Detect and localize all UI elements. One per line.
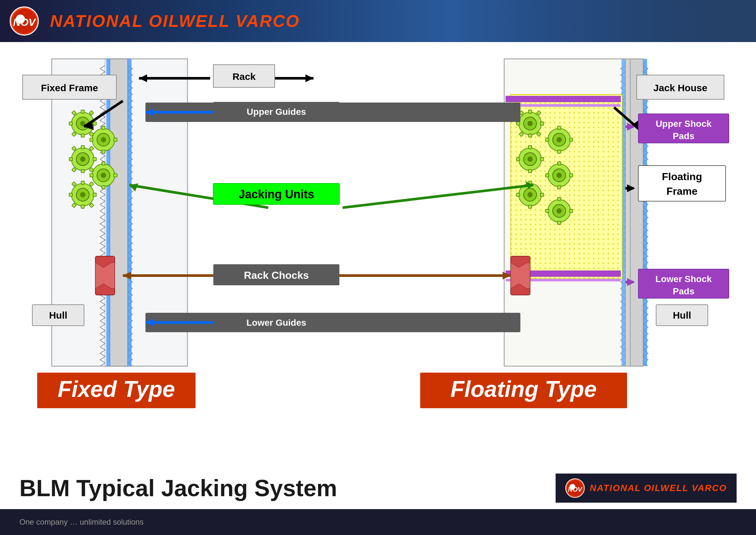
nov-brand-bottom: NOV NATIONAL OILWELL VARCO	[555, 473, 737, 503]
svg-rect-25	[93, 157, 96, 161]
svg-rect-52	[102, 162, 105, 165]
svg-point-22	[80, 156, 85, 162]
company-name: NATIONAL OILWELL VARCO	[50, 11, 300, 31]
rack-chocks-label: Rack Chocks	[244, 269, 309, 281]
svg-rect-94	[546, 138, 549, 141]
svg-point-51	[101, 173, 106, 178]
gear-left-2	[69, 146, 96, 173]
fixed-type-label: Fixed Type	[58, 377, 175, 402]
svg-point-33	[80, 192, 85, 197]
svg-rect-85	[528, 205, 532, 208]
svg-rect-110	[506, 104, 621, 107]
floating-frame-label: Floating	[662, 171, 702, 183]
floating-type-label: Floating Type	[450, 377, 597, 402]
svg-rect-14	[93, 122, 96, 125]
svg-rect-47	[114, 138, 117, 141]
svg-rect-23	[81, 146, 84, 149]
diagram-area: /* teeth rendered below */	[0, 42, 756, 467]
svg-point-44	[101, 137, 106, 142]
svg-rect-67	[528, 134, 532, 137]
svg-rect-13	[81, 134, 84, 137]
svg-rect-7	[128, 59, 132, 366]
upper-guides-label: Upper Guides	[247, 107, 306, 117]
svg-rect-58	[643, 59, 647, 366]
svg-point-97	[556, 173, 562, 178]
svg-text:NOV: NOV	[13, 16, 36, 28]
nov-circle-logo: NOV	[10, 7, 39, 36]
svg-rect-36	[93, 193, 96, 196]
svg-rect-66	[528, 110, 532, 113]
svg-rect-45	[102, 126, 105, 129]
svg-rect-26	[69, 157, 72, 161]
svg-rect-78	[528, 169, 532, 173]
upper-shock-pads-label2: Pads	[673, 131, 694, 141]
rack-label: Rack	[232, 71, 256, 82]
svg-rect-15	[69, 122, 72, 125]
svg-rect-8	[106, 59, 110, 366]
jack-house-label: Jack House	[654, 82, 708, 93]
svg-rect-12	[81, 110, 84, 113]
svg-rect-69	[517, 122, 520, 125]
page-title: BLM Typical Jacking System	[19, 475, 337, 501]
svg-rect-37	[69, 193, 72, 196]
svg-rect-79	[540, 157, 544, 161]
svg-rect-105	[557, 197, 561, 201]
svg-rect-53	[102, 186, 105, 189]
gear-left-3	[69, 181, 96, 208]
svg-rect-54	[114, 174, 117, 177]
svg-rect-80	[517, 157, 520, 161]
hull-left-label: Hull	[49, 310, 68, 321]
svg-rect-107	[570, 209, 573, 212]
lower-shock-pads-label2: Pads	[673, 286, 694, 296]
svg-rect-100	[570, 174, 573, 177]
lower-guides-label: Lower Guides	[246, 318, 306, 328]
main-diagram-svg: /* teeth rendered below */	[0, 42, 756, 467]
lower-shock-pads-label: Lower Shock	[656, 274, 712, 284]
svg-rect-93	[570, 138, 573, 141]
svg-rect-68	[540, 122, 544, 125]
gear-right-1	[517, 110, 544, 137]
svg-rect-46	[102, 150, 105, 153]
svg-rect-34	[81, 181, 84, 184]
svg-rect-35	[81, 205, 84, 208]
svg-point-90	[556, 137, 562, 142]
nov-logo: NOV NATIONAL OILWELL VARCO	[10, 7, 300, 36]
svg-rect-108	[546, 209, 549, 212]
svg-rect-92	[557, 150, 561, 153]
svg-text:NOV: NOV	[568, 486, 582, 493]
title-section: BLM Typical Jacking System NOV NATIONAL …	[0, 467, 756, 509]
svg-rect-101	[546, 174, 549, 177]
svg-rect-91	[557, 126, 561, 129]
svg-point-65	[527, 121, 533, 126]
footer-tagline: One company … unlimited solutions	[19, 518, 144, 526]
hull-right-label: Hull	[673, 310, 691, 321]
upper-shock-pads-label: Upper Shock	[656, 119, 712, 129]
svg-point-76	[527, 156, 533, 162]
svg-point-104	[556, 208, 562, 213]
nov-brand-name: NATIONAL OILWELL VARCO	[589, 483, 727, 493]
svg-rect-99	[557, 186, 561, 189]
svg-rect-77	[528, 146, 532, 149]
footer: One company … unlimited solutions	[0, 509, 756, 535]
nov-logo-bottom: NOV	[565, 478, 585, 498]
svg-rect-55	[90, 174, 93, 177]
svg-point-83	[527, 192, 533, 197]
jacking-units-label: Jacking Units	[238, 187, 314, 201]
fixed-frame-label: Fixed Frame	[41, 82, 98, 93]
svg-rect-98	[557, 162, 561, 165]
svg-rect-86	[540, 193, 544, 196]
svg-rect-48	[90, 138, 93, 141]
floating-frame-label2: Frame	[666, 185, 697, 197]
svg-rect-24	[81, 169, 84, 173]
svg-rect-87	[517, 193, 520, 196]
svg-rect-109	[506, 96, 621, 102]
svg-rect-106	[557, 221, 561, 224]
header: NOV NATIONAL OILWELL VARCO	[0, 0, 756, 42]
